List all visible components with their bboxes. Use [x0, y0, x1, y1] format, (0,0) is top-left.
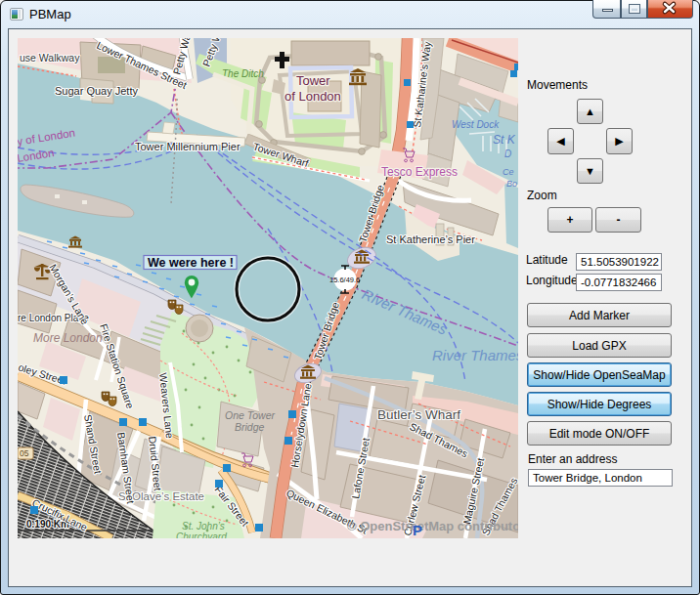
svg-text:Churchyard: Churchyard	[176, 531, 227, 538]
svg-text:River Thames: River Thames	[432, 347, 518, 363]
svg-text:05: 05	[20, 448, 29, 458]
svg-text:Tower Millennium Pier: Tower Millennium Pier	[135, 141, 241, 152]
svg-text:St. John’s: St. John’s	[182, 521, 225, 531]
svg-text:Butler’s Wharf: Butler’s Wharf	[377, 407, 460, 422]
svg-text:We were here !: We were here !	[148, 256, 234, 270]
svg-text:P: P	[413, 522, 422, 538]
svg-text:St K: St K	[493, 133, 516, 147]
svg-text:West Dock: West Dock	[452, 119, 500, 130]
svg-text:One Tower: One Tower	[225, 409, 275, 421]
svg-text:of London: of London	[284, 89, 341, 104]
svg-text:© OpenStreetMap contributors: © OpenStreetMap contributors	[347, 519, 518, 533]
svg-text:St Katherine’s Pier: St Katherine’s Pier	[386, 234, 475, 245]
svg-text:Tesco Express: Tesco Express	[381, 165, 458, 179]
svg-text:15.6/49.6: 15.6/49.6	[329, 276, 360, 284]
svg-text:use Walkway: use Walkway	[20, 52, 80, 64]
svg-text:More London: More London	[33, 331, 103, 345]
svg-text:D: D	[504, 149, 511, 159]
svg-text:Ce: Ce	[503, 167, 514, 177]
svg-text:Tower: Tower	[296, 73, 330, 88]
svg-text:Sugar Quay Jetty: Sugar Quay Jetty	[55, 85, 138, 97]
svg-text:Bridge: Bridge	[235, 421, 265, 433]
svg-text:Bo: Bo	[506, 179, 517, 189]
